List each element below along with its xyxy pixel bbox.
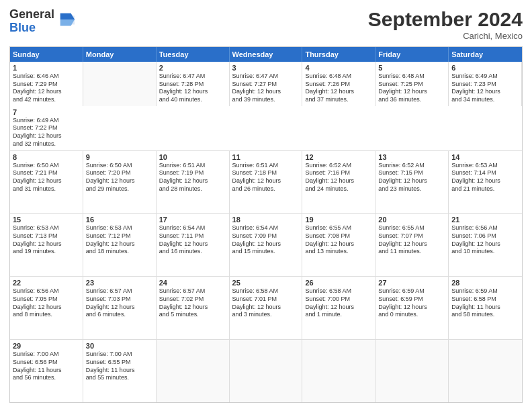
cell-line: and 39 minutes. (232, 96, 300, 104)
svg-marker-2 (60, 19, 75, 26)
cell-line: and 10 minutes. (451, 248, 519, 256)
cell-line: Sunset: 7:15 PM (378, 169, 445, 177)
cell-line: and 40 minutes. (159, 96, 226, 104)
cell-line: Daylight: 12 hours (232, 177, 300, 185)
day-header-monday: Monday (83, 47, 157, 62)
cell-line: Daylight: 12 hours (159, 304, 226, 312)
cell-line: and 28 minutes. (159, 185, 226, 193)
cell-line: Daylight: 12 hours (451, 240, 519, 248)
cell-line: Sunset: 7:20 PM (86, 169, 153, 177)
calendar-cell: 22Sunrise: 6:56 AMSunset: 7:05 PMDayligh… (10, 277, 83, 339)
cell-line: Daylight: 12 hours (159, 88, 226, 96)
calendar-cell: 9Sunrise: 6:50 AMSunset: 7:20 PMDaylight… (83, 151, 157, 214)
cell-line: Sunrise: 6:50 AM (86, 162, 153, 170)
cell-line: and 3 minutes. (232, 311, 300, 319)
cell-line: and 55 minutes. (86, 374, 153, 382)
cell-line: Sunrise: 6:51 AM (159, 162, 226, 170)
cell-line: Daylight: 12 hours (13, 240, 80, 248)
calendar-cell: 1Sunrise: 6:46 AMSunset: 7:29 PMDaylight… (10, 62, 83, 106)
cell-line: Sunrise: 6:57 AM (86, 287, 153, 295)
day-header-saturday: Saturday (449, 47, 522, 62)
day-number: 8 (13, 153, 80, 161)
day-number: 17 (159, 216, 226, 224)
cell-line: and 11 minutes. (378, 248, 445, 256)
cell-line: Sunset: 7:02 PM (159, 295, 226, 304)
cell-line: Daylight: 12 hours (378, 240, 445, 248)
cell-line: Sunset: 7:01 PM (232, 295, 300, 304)
calendar-cell (83, 62, 157, 106)
calendar-cell: 26Sunrise: 6:58 AMSunset: 7:00 PMDayligh… (302, 277, 375, 339)
logo-general: General (9, 7, 54, 21)
cell-line: Sunset: 7:28 PM (159, 81, 226, 89)
cell-line: and 32 minutes. (13, 140, 81, 148)
cell-line: and 58 minutes. (451, 311, 519, 319)
day-number: 2 (159, 64, 226, 72)
cell-line: and 6 minutes. (86, 311, 153, 319)
cell-line: Sunset: 7:27 PM (232, 81, 300, 89)
cell-line: and 29 minutes. (86, 185, 153, 193)
calendar-cell: 20Sunrise: 6:55 AMSunset: 7:07 PMDayligh… (375, 214, 449, 276)
cell-line: Daylight: 12 hours (232, 304, 300, 312)
logo-icon (57, 11, 76, 30)
cell-line: Sunrise: 6:53 AM (86, 224, 153, 232)
cell-line: Sunset: 7:11 PM (159, 232, 226, 240)
cell-line: Sunset: 7:08 PM (305, 232, 372, 240)
cell-line: Sunset: 7:13 PM (13, 232, 80, 240)
calendar-cell: 12Sunrise: 6:52 AMSunset: 7:16 PMDayligh… (302, 151, 375, 214)
cell-line: Sunrise: 6:49 AM (13, 117, 81, 125)
cell-line: Sunrise: 6:53 AM (13, 224, 80, 232)
calendar-cell: 3Sunrise: 6:47 AMSunset: 7:27 PMDaylight… (230, 62, 303, 106)
day-number: 15 (13, 216, 80, 224)
calendar-row: 22Sunrise: 6:56 AMSunset: 7:05 PMDayligh… (10, 277, 522, 340)
day-number: 27 (378, 279, 445, 287)
day-number: 22 (13, 279, 80, 287)
month-title: September 2024 (368, 8, 523, 31)
calendar-body: 1Sunrise: 6:46 AMSunset: 7:29 PMDaylight… (10, 62, 522, 402)
calendar-cell: 4Sunrise: 6:48 AMSunset: 7:26 PMDaylight… (302, 62, 375, 106)
day-number: 18 (232, 216, 300, 224)
cell-line: Sunset: 7:25 PM (378, 81, 445, 89)
cell-line: Sunrise: 6:53 AM (451, 162, 519, 170)
calendar-row: 15Sunrise: 6:53 AMSunset: 7:13 PMDayligh… (10, 214, 522, 277)
day-number: 29 (13, 342, 80, 350)
cell-line: Daylight: 12 hours (13, 177, 80, 185)
day-number: 6 (451, 64, 519, 72)
cell-line: Sunrise: 6:59 AM (378, 287, 445, 295)
cell-line: Sunrise: 6:46 AM (13, 73, 80, 81)
calendar: SundayMondayTuesdayWednesdayThursdayFrid… (9, 46, 523, 403)
day-number: 24 (159, 279, 226, 287)
cell-line: Sunrise: 6:50 AM (13, 162, 80, 170)
cell-line: Sunset: 7:14 PM (451, 169, 519, 177)
day-header-wednesday: Wednesday (230, 47, 303, 62)
day-number: 10 (159, 153, 226, 161)
cell-line: and 26 minutes. (232, 185, 300, 193)
day-number: 19 (305, 216, 372, 224)
calendar-cell: 16Sunrise: 6:53 AMSunset: 7:12 PMDayligh… (83, 214, 157, 276)
cell-line: Daylight: 12 hours (13, 304, 80, 312)
cell-line: Daylight: 12 hours (159, 240, 226, 248)
cell-line: Daylight: 12 hours (13, 88, 80, 96)
cell-line: and 34 minutes. (451, 96, 519, 104)
day-number: 9 (86, 153, 153, 161)
cell-line: Sunset: 7:21 PM (13, 169, 80, 177)
day-number: 21 (451, 216, 519, 224)
cell-line: Sunrise: 6:59 AM (451, 287, 519, 295)
day-number: 28 (451, 279, 519, 287)
calendar-cell: 30Sunrise: 7:00 AMSunset: 6:55 PMDayligh… (83, 340, 157, 402)
calendar-cell: 19Sunrise: 6:55 AMSunset: 7:08 PMDayligh… (302, 214, 375, 276)
cell-line: Sunrise: 6:56 AM (451, 224, 519, 232)
location: Carichi, Mexico (368, 31, 523, 41)
day-number: 14 (451, 153, 519, 161)
day-header-friday: Friday (375, 47, 449, 62)
day-number: 4 (305, 64, 372, 72)
calendar-cell: 27Sunrise: 6:59 AMSunset: 6:59 PMDayligh… (375, 277, 449, 339)
cell-line: Daylight: 11 hours (86, 367, 153, 375)
cell-line: Daylight: 12 hours (13, 132, 81, 140)
calendar-header: SundayMondayTuesdayWednesdayThursdayFrid… (10, 47, 522, 62)
calendar-cell (449, 340, 522, 402)
day-header-tuesday: Tuesday (157, 47, 230, 62)
cell-line: and 0 minutes. (378, 311, 445, 319)
cell-line: Daylight: 11 hours (451, 304, 519, 312)
cell-line: Sunset: 7:16 PM (305, 169, 372, 177)
day-header-thursday: Thursday (302, 47, 375, 62)
